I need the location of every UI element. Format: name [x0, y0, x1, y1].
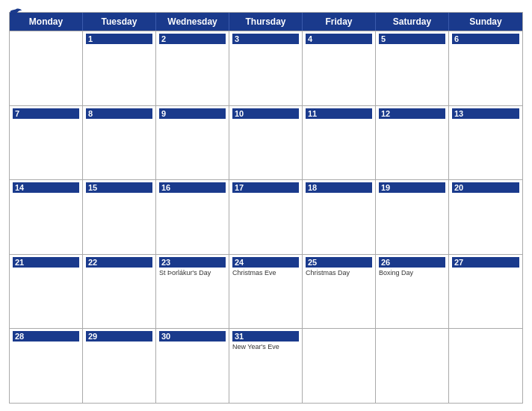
day-cell: 8 [83, 106, 156, 180]
day-number: 29 [86, 331, 152, 342]
holiday-name: St Þorlákur's Day [159, 269, 226, 277]
day-header-friday: Friday [303, 13, 376, 31]
day-cell: 29 [83, 329, 156, 403]
day-headers-row: MondayTuesdayWednesdayThursdayFridaySatu… [10, 13, 522, 31]
day-cell: 2 [156, 31, 229, 105]
day-number: 19 [379, 182, 445, 193]
day-number: 14 [13, 182, 79, 193]
week-row-3: 14151617181920 [10, 179, 522, 254]
day-cell: 12 [376, 106, 449, 180]
day-number: 18 [306, 182, 372, 193]
day-number: 24 [232, 257, 299, 268]
day-cell: 4 [303, 31, 376, 105]
day-cell: 14 [10, 180, 83, 254]
day-number: 27 [452, 257, 519, 268]
day-cell: 3 [229, 31, 303, 105]
day-number: 8 [86, 108, 152, 119]
holiday-name: New Year's Eve [232, 343, 299, 351]
week-row-1: 123456 [10, 31, 522, 105]
day-cell [303, 329, 376, 403]
day-number: 31 [232, 331, 299, 342]
day-number: 23 [159, 257, 226, 268]
day-cell: 23St Þorlákur's Day [156, 255, 229, 329]
day-number: 15 [86, 182, 152, 193]
day-cell: 18 [303, 180, 376, 254]
day-number: 30 [159, 331, 226, 342]
day-number: 6 [452, 34, 519, 44]
day-cell: 28 [10, 329, 83, 403]
day-cell: 11 [303, 106, 376, 180]
day-number: 4 [306, 34, 372, 44]
day-number: 10 [232, 108, 299, 119]
logo [9, 7, 24, 18]
day-number: 5 [379, 34, 445, 44]
day-number: 13 [452, 108, 519, 119]
day-cell: 24Christmas Eve [229, 255, 303, 329]
day-cell: 9 [156, 106, 229, 180]
day-cell [10, 31, 83, 105]
day-number: 12 [379, 108, 445, 119]
day-number: 22 [86, 257, 152, 268]
day-number: 11 [306, 108, 372, 119]
day-number: 16 [159, 182, 226, 193]
day-number: 9 [159, 108, 226, 119]
logo-blue-text [9, 7, 24, 18]
day-cell: 26Boxing Day [376, 255, 449, 329]
day-cell: 5 [376, 31, 449, 105]
day-header-thursday: Thursday [229, 13, 303, 31]
calendar-grid: MondayTuesdayWednesdayThursdayFridaySatu… [9, 12, 523, 404]
day-cell: 1 [83, 31, 156, 105]
day-cell [376, 329, 449, 403]
day-cell: 13 [449, 106, 522, 180]
day-cell: 16 [156, 180, 229, 254]
day-cell [449, 329, 522, 403]
day-number: 2 [159, 34, 226, 44]
calendar-container: MondayTuesdayWednesdayThursdayFridaySatu… [0, 0, 532, 411]
day-cell: 6 [449, 31, 522, 105]
day-number: 1 [86, 34, 152, 44]
day-number: 28 [13, 331, 79, 342]
week-row-5: 28293031New Year's Eve [10, 328, 522, 403]
holiday-name: Christmas Eve [232, 269, 299, 277]
day-cell: 27 [449, 255, 522, 329]
day-cell: 15 [83, 180, 156, 254]
day-number: 25 [306, 257, 372, 268]
day-number: 26 [379, 257, 445, 268]
holiday-name: Christmas Day [306, 269, 372, 277]
day-cell: 25Christmas Day [303, 255, 376, 329]
week-row-4: 212223St Þorlákur's Day24Christmas Eve25… [10, 254, 522, 329]
day-number: 3 [232, 34, 299, 44]
logo-bird-icon [9, 7, 22, 18]
day-number: 21 [13, 257, 79, 268]
holiday-name: Boxing Day [379, 269, 445, 277]
weeks-container: 1234567891011121314151617181920212223St … [10, 31, 522, 403]
day-cell: 31New Year's Eve [229, 329, 303, 403]
day-number: 7 [13, 108, 79, 119]
day-number: 20 [452, 182, 519, 193]
day-cell: 22 [83, 255, 156, 329]
day-cell: 19 [376, 180, 449, 254]
week-row-2: 78910111213 [10, 105, 522, 180]
day-cell: 7 [10, 106, 83, 180]
day-cell: 20 [449, 180, 522, 254]
day-header-saturday: Saturday [376, 13, 449, 31]
day-cell: 21 [10, 255, 83, 329]
day-cell: 10 [229, 106, 303, 180]
day-cell: 17 [229, 180, 303, 254]
day-cell: 30 [156, 329, 229, 403]
day-number: 17 [232, 182, 299, 193]
day-header-tuesday: Tuesday [83, 13, 156, 31]
day-header-sunday: Sunday [449, 13, 522, 31]
day-header-wednesday: Wednesday [156, 13, 229, 31]
